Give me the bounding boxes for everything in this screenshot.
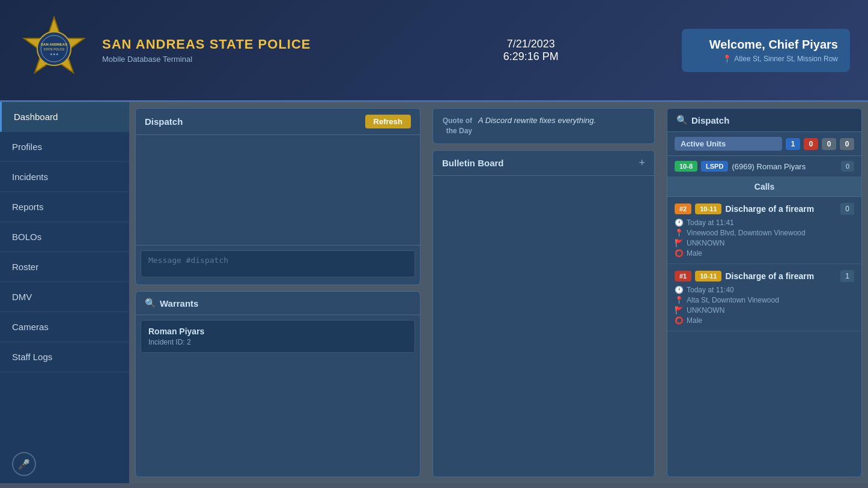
dispatch-title: Dispatch — [145, 116, 183, 127]
add-bulletin-button[interactable]: + — [639, 157, 645, 169]
sidebar-item-dmv[interactable]: DMV — [0, 282, 129, 312]
org-title: SAN ANDREAS STATE POLICE Mobile Database… — [102, 37, 380, 64]
clock-icon-1: 🕐 — [675, 286, 684, 294]
active-units-label: Active Units — [675, 137, 782, 151]
center-panel: Dispatch Refresh 🔍 Warrants Roman Piyars… — [129, 102, 426, 483]
org-name: SAN ANDREAS STATE POLICE — [102, 37, 380, 52]
quote-label: Quote ofthe Day — [442, 116, 472, 136]
sidebar-item-bolos[interactable]: BOLOs — [0, 222, 129, 252]
datetime-display: 7/21/2023 6:29:16 PM — [392, 38, 670, 63]
call-id-1: #1 — [675, 271, 691, 282]
calls-title: Calls — [754, 182, 774, 191]
sidebar-label-stafflogs: Staff Logs — [12, 352, 52, 362]
pin-icon-2: 📍 — [675, 229, 684, 237]
refresh-button[interactable]: Refresh — [365, 115, 411, 128]
right-panel-content: Active Units 1 0 0 0 10-8 LSPD (6969) Ro… — [667, 132, 861, 477]
dispatch-box: Dispatch Refresh — [135, 108, 420, 285]
call-title-2: Discharge of a firearm — [725, 204, 837, 214]
bulletin-title: Bulletin Board — [442, 158, 504, 168]
sidebar-label-dmv: DMV — [12, 292, 32, 302]
date-text: 7/21/2023 — [392, 38, 670, 50]
sidebar-label-dashboard: Dashboard — [14, 112, 58, 122]
sidebar-item-profiles[interactable]: Profiles — [0, 132, 129, 162]
pin-icon-1: 📍 — [675, 296, 684, 304]
svg-text:SAN ANDREAS: SAN ANDREAS — [41, 43, 67, 46]
call-priority-2: 10-11 — [695, 203, 721, 214]
call-suspect-1: 🚩 UNKNOWN — [675, 306, 854, 315]
unit-count-4: 0 — [840, 138, 854, 150]
sidebar-item-roster[interactable]: Roster — [0, 252, 129, 282]
unit-count-1: 1 — [786, 138, 800, 150]
mic-button[interactable]: 🎤 — [12, 452, 36, 476]
quote-text: A Discord rewrite fixes everything. — [478, 116, 645, 125]
gender-icon-2: ⭕ — [675, 249, 684, 258]
svg-text:★ ★ ★: ★ ★ ★ — [50, 52, 59, 56]
call-card-1[interactable]: #1 10-11 Discharge of a firearm 1 🕐 Toda… — [667, 264, 861, 331]
header: SAN ANDREAS STATE POLICE ★ ★ ★ SAN ANDRE… — [0, 0, 868, 102]
call-card-2[interactable]: #2 10-11 Discharge of a firearm 0 🕐 Toda… — [667, 197, 861, 264]
sidebar-label-roster: Roster — [12, 262, 38, 272]
call-location-2: 📍 Vinewood Blvd, Downtown Vinewood — [675, 229, 854, 237]
warrant-item[interactable]: Roman Piyars Incident ID: 2 — [141, 320, 415, 353]
bulletin-content — [433, 176, 654, 477]
warrants-header: 🔍 Warrants — [136, 292, 420, 315]
warrant-incident-id: Incident ID: 2 — [148, 338, 407, 346]
call-count-2: 0 — [840, 203, 854, 215]
clock-icon-2: 🕐 — [675, 218, 684, 227]
logo: SAN ANDREAS STATE POLICE ★ ★ ★ — [18, 14, 90, 86]
location-text: Atlee St, Sinner St, Mission Row — [734, 55, 838, 63]
call-time-1: 🕐 Today at 11:40 — [675, 286, 854, 294]
sidebar-item-dashboard[interactable]: Dashboard — [0, 102, 129, 132]
dispatch-input[interactable] — [141, 250, 415, 277]
sidebar-label-cameras: Cameras — [12, 322, 49, 332]
call-gender-1: ⭕ Male — [675, 316, 854, 325]
call-suspect-2: 🚩 UNKNOWN — [675, 239, 854, 247]
unit-row[interactable]: 10-8 LSPD (6969) Roman Piyars 0 — [667, 156, 861, 177]
welcome-box: Welcome, Chief Piyars 📍 Atlee St, Sinner… — [682, 29, 850, 72]
search-icon: 🔍 — [145, 298, 156, 309]
sidebar-item-reports[interactable]: Reports — [0, 192, 129, 222]
suspect-icon-2: 🚩 — [675, 239, 684, 247]
bulletin-box: Bulletin Board + — [432, 150, 655, 477]
call-top-2: #2 10-11 Discharge of a firearm 0 — [675, 203, 854, 215]
dispatch-header: Dispatch Refresh — [136, 109, 420, 135]
right-panel: 🔍 Dispatch Active Units 1 0 0 0 10-8 LSP… — [667, 108, 862, 477]
suspect-icon-1: 🚩 — [675, 306, 684, 315]
unit-count-badge: 0 — [841, 161, 854, 172]
location-pin-icon: 📍 — [723, 55, 732, 63]
warrant-name: Roman Piyars — [148, 327, 407, 336]
warrants-box: 🔍 Warrants Roman Piyars Incident ID: 2 — [135, 291, 420, 477]
call-priority-1: 10-11 — [695, 271, 721, 282]
unit-name: (6969) Roman Piyars — [732, 162, 837, 171]
unit-count-3: 0 — [822, 138, 836, 150]
sidebar-label-incidents: Incidents — [12, 172, 48, 182]
middle-column: Quote ofthe Day A Discord rewrite fixes … — [426, 102, 661, 483]
call-gender-2: ⭕ Male — [675, 249, 854, 258]
call-top-1: #1 10-11 Discharge of a firearm 1 — [675, 270, 854, 282]
unit-dept: LSPD — [701, 161, 728, 172]
call-id-2: #2 — [675, 203, 691, 214]
sidebar-item-incidents[interactable]: Incidents — [0, 162, 129, 192]
unit-count-2: 0 — [804, 138, 818, 150]
location-display: 📍 Atlee St, Sinner St, Mission Row — [694, 55, 838, 63]
search-icon-right: 🔍 — [676, 115, 688, 125]
dispatch-input-area — [136, 245, 420, 285]
sidebar-label-profiles: Profiles — [12, 142, 42, 152]
sidebar-item-cameras[interactable]: Cameras — [0, 312, 129, 342]
active-units-bar: Active Units 1 0 0 0 — [667, 132, 861, 156]
sidebar-item-stafflogs[interactable]: Staff Logs — [0, 342, 129, 372]
right-panel-header: 🔍 Dispatch — [667, 109, 861, 132]
sidebar-label-reports: Reports — [12, 202, 44, 212]
dispatch-right-title: Dispatch — [691, 115, 729, 125]
welcome-text: Welcome, Chief Piyars — [694, 38, 838, 52]
org-subtitle: Mobile Database Terminal — [102, 55, 380, 64]
sidebar-label-bolos: BOLOs — [12, 232, 41, 242]
gender-icon-1: ⭕ — [675, 316, 684, 325]
right-column: 🔍 Dispatch Active Units 1 0 0 0 10-8 LSP… — [661, 102, 868, 483]
main-container: Dashboard Profiles Incidents Reports BOL… — [0, 102, 868, 483]
dispatch-messages — [136, 135, 420, 245]
call-title-1: Discharge of a firearm — [725, 271, 837, 281]
calls-header: Calls — [667, 177, 861, 197]
sidebar: Dashboard Profiles Incidents Reports BOL… — [0, 102, 129, 483]
call-location-1: 📍 Alta St, Downtown Vinewood — [675, 296, 854, 304]
